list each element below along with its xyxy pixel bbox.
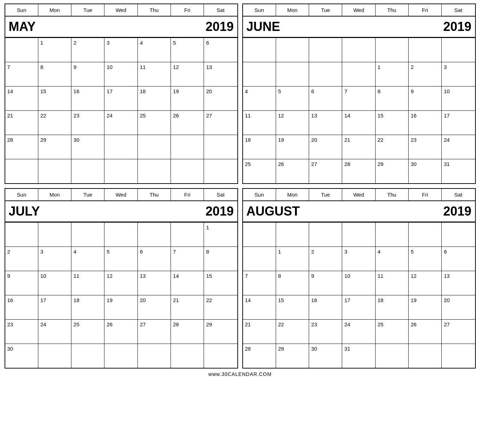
day-cell: 11: [376, 271, 409, 295]
day-cell: 9: [5, 271, 38, 295]
day-cell: 3: [104, 38, 137, 62]
day-cell: 31: [442, 159, 475, 183]
day-cell: 2: [5, 247, 38, 271]
day-cell: 14: [171, 271, 204, 295]
day-cell: 8: [204, 247, 237, 271]
empty-day-cell: [71, 223, 104, 247]
day-cell: 20: [204, 87, 237, 110]
month-name: JUNE: [247, 19, 280, 34]
day-cell: 13: [204, 62, 237, 86]
day-cell: 26: [171, 111, 204, 135]
day-cell: 15: [276, 295, 309, 319]
day-cell: 27: [442, 320, 475, 344]
week-row: 28293031: [243, 344, 475, 368]
day-cell: 16: [5, 295, 38, 319]
calendar-grid: 1234567891011121314151617181920212223242…: [5, 222, 237, 368]
day-cell: 24: [442, 135, 475, 159]
month-year-row: MAY2019: [5, 17, 237, 38]
empty-day-cell: [5, 159, 38, 183]
day-cell: 26: [104, 320, 137, 344]
day-cell: 8: [376, 87, 409, 110]
day-cell: 23: [309, 320, 342, 344]
day-cell: 20: [442, 295, 475, 319]
week-row: 123456: [5, 38, 237, 62]
day-cell: 26: [276, 159, 309, 183]
day-cell: 27: [138, 320, 171, 344]
day-cell: 23: [71, 111, 104, 135]
day-cell: 2: [71, 38, 104, 62]
footer-text: www.30CALENDAR.COM: [209, 371, 272, 377]
day-cell: 12: [276, 111, 309, 135]
day-cell: 11: [71, 271, 104, 295]
day-cell: 24: [38, 320, 71, 344]
day-cell: 22: [376, 135, 409, 159]
week-row: 78910111213: [5, 62, 237, 86]
empty-day-cell: [204, 135, 237, 159]
calendar-grid: 1234567891011121314151617181920212223242…: [243, 38, 475, 183]
day-cell: 16: [409, 111, 442, 135]
empty-day-cell: [171, 159, 204, 183]
day-cell: 5: [171, 38, 204, 62]
month-name: JULY: [9, 204, 40, 219]
empty-day-cell: [5, 223, 38, 247]
day-name-wed: Wed: [104, 189, 137, 200]
day-cell: 9: [309, 271, 342, 295]
calendar-june-2019: SunMonTueWedThuFriSatJUNE201912345678910…: [242, 4, 476, 184]
week-row: 282930: [5, 135, 237, 159]
day-name-fri: Fri: [409, 189, 442, 200]
day-cell: 15: [204, 271, 237, 295]
day-name-sat: Sat: [442, 4, 475, 16]
day-cell: 4: [243, 87, 276, 110]
day-cell: 3: [342, 247, 375, 271]
day-name-fri: Fri: [171, 189, 204, 200]
day-cell: 19: [409, 295, 442, 319]
week-row: [243, 38, 475, 62]
day-cell: 15: [38, 87, 71, 110]
empty-day-cell: [71, 344, 104, 368]
day-cell: 18: [138, 87, 171, 110]
day-name-tue: Tue: [71, 4, 104, 16]
empty-day-cell: [409, 223, 442, 247]
empty-day-cell: [342, 62, 375, 86]
day-cell: 25: [376, 320, 409, 344]
day-name-thu: Thu: [376, 4, 409, 16]
day-name-mon: Mon: [276, 189, 309, 200]
week-row: 21222324252627: [5, 110, 237, 135]
day-cell: 14: [342, 111, 375, 135]
day-cell: 3: [442, 62, 475, 86]
day-cell: 30: [5, 344, 38, 368]
week-row: 1: [5, 222, 237, 247]
day-cell: 1: [38, 38, 71, 62]
day-cell: 13: [442, 271, 475, 295]
empty-day-cell: [71, 159, 104, 183]
empty-day-cell: [104, 159, 137, 183]
day-name-thu: Thu: [138, 4, 171, 16]
year-label: 2019: [443, 19, 471, 34]
empty-day-cell: [104, 223, 137, 247]
day-cell: 10: [38, 271, 71, 295]
empty-day-cell: [138, 344, 171, 368]
day-cell: 13: [309, 111, 342, 135]
day-cell: 10: [442, 87, 475, 110]
day-name-fri: Fri: [409, 4, 442, 16]
day-cell: 23: [5, 320, 38, 344]
day-cell: 19: [104, 295, 137, 319]
calendar-july-2019: SunMonTueWedThuFriSatJULY201912345678910…: [5, 188, 238, 369]
day-cell: 18: [376, 295, 409, 319]
empty-day-cell: [442, 223, 475, 247]
day-cell: 7: [342, 87, 375, 110]
day-name-sun: Sun: [5, 189, 38, 200]
day-name-sun: Sun: [243, 4, 276, 16]
empty-day-cell: [376, 38, 409, 62]
empty-day-cell: [409, 344, 442, 368]
day-cell: 4: [138, 38, 171, 62]
day-cell: 21: [243, 320, 276, 344]
calendar-grid: 1234567891011121314151617181920212223242…: [5, 38, 237, 183]
day-cell: 6: [138, 247, 171, 271]
empty-day-cell: [138, 223, 171, 247]
empty-day-cell: [409, 38, 442, 62]
day-cell: 21: [5, 111, 38, 135]
empty-day-cell: [309, 62, 342, 86]
day-cell: 1: [276, 247, 309, 271]
day-cell: 17: [442, 111, 475, 135]
